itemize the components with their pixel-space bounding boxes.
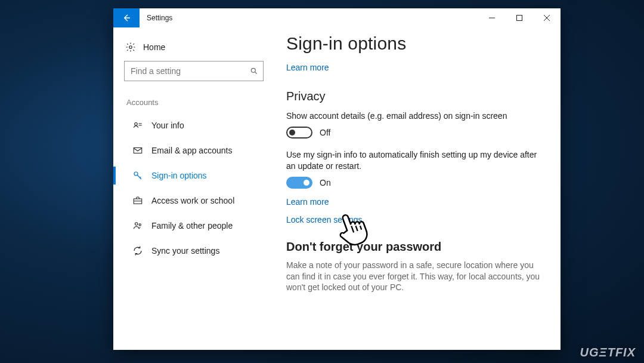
sidebar-item-your-info[interactable]: Your info bbox=[124, 113, 264, 138]
svg-point-7 bbox=[135, 223, 138, 226]
privacy-toggle-account-details[interactable] bbox=[286, 127, 312, 139]
lock-screen-settings-link[interactable]: Lock screen settings bbox=[286, 215, 544, 224]
briefcase-icon bbox=[132, 195, 143, 206]
section-label: Accounts bbox=[124, 98, 264, 107]
forget-password-heading: Don't forget your password bbox=[286, 240, 544, 254]
privacy-toggle-1-state: Off bbox=[320, 128, 330, 137]
sidebar-item-label: Sync your settings bbox=[151, 246, 219, 256]
back-button[interactable] bbox=[113, 8, 140, 27]
watermark: UGΞTFIX bbox=[580, 346, 636, 359]
sidebar-item-email-accounts[interactable]: Email & app accounts bbox=[124, 138, 264, 163]
toggle-knob bbox=[304, 180, 309, 186]
svg-point-2 bbox=[251, 68, 255, 72]
sidebar-item-label: Your info bbox=[151, 121, 184, 130]
main-panel: Sign-in options Learn more Privacy Show … bbox=[274, 27, 561, 350]
search-placeholder: Find a setting bbox=[131, 66, 250, 76]
maximize-icon bbox=[516, 15, 522, 21]
arrow-left-icon bbox=[122, 13, 131, 23]
sidebar-item-work-school[interactable]: Access work or school bbox=[124, 188, 264, 213]
page-title: Sign-in options bbox=[286, 33, 544, 62]
content-area: Home Find a setting Accounts Your info E… bbox=[113, 27, 561, 350]
minimize-icon bbox=[489, 15, 495, 21]
search-input[interactable]: Find a setting bbox=[124, 61, 264, 81]
toggle-knob bbox=[289, 130, 295, 136]
titlebar: Settings bbox=[113, 8, 561, 27]
privacy-heading: Privacy bbox=[286, 90, 544, 103]
search-icon bbox=[250, 67, 258, 75]
sidebar-item-family[interactable]: Family & other people bbox=[124, 213, 264, 238]
svg-point-1 bbox=[129, 46, 132, 49]
people-icon bbox=[132, 220, 143, 231]
sidebar-item-label: Family & other people bbox=[151, 221, 233, 230]
svg-point-3 bbox=[135, 123, 138, 126]
svg-rect-4 bbox=[134, 148, 142, 153]
mail-icon bbox=[132, 145, 143, 156]
forget-password-body: Make a note of your password in a safe, … bbox=[286, 260, 544, 294]
close-button[interactable] bbox=[533, 8, 561, 27]
sidebar-item-label: Email & app accounts bbox=[151, 146, 232, 155]
privacy-setting-2-label: Use my sign-in info to automatically fin… bbox=[286, 149, 544, 172]
gear-icon bbox=[125, 42, 136, 53]
svg-point-8 bbox=[139, 224, 141, 226]
app-title: Settings bbox=[140, 8, 179, 27]
privacy-setting-1-label: Show account details (e.g. email address… bbox=[286, 110, 544, 122]
key-icon bbox=[132, 170, 143, 181]
settings-window: Settings Home Find a setting Accounts bbox=[113, 8, 561, 350]
sidebar: Home Find a setting Accounts Your info E… bbox=[113, 27, 274, 350]
home-nav[interactable]: Home bbox=[124, 38, 264, 61]
minimize-button[interactable] bbox=[478, 8, 506, 27]
maximize-button[interactable] bbox=[506, 8, 533, 27]
learn-more-link-top[interactable]: Learn more bbox=[286, 63, 329, 72]
svg-rect-0 bbox=[517, 16, 522, 21]
learn-more-link-privacy[interactable]: Learn more bbox=[286, 197, 544, 207]
person-card-icon bbox=[132, 120, 143, 131]
privacy-toggle-auto-signin[interactable] bbox=[286, 177, 312, 189]
sidebar-item-sync[interactable]: Sync your settings bbox=[124, 238, 264, 263]
svg-point-5 bbox=[134, 172, 138, 176]
sidebar-item-label: Access work or school bbox=[151, 196, 234, 205]
sync-icon bbox=[132, 245, 143, 256]
sidebar-item-signin-options[interactable]: Sign-in options bbox=[124, 163, 264, 188]
nav-list: Your info Email & app accounts Sign-in o… bbox=[124, 113, 264, 263]
privacy-toggle-2-state: On bbox=[320, 178, 331, 187]
home-label: Home bbox=[143, 42, 165, 52]
sidebar-item-label: Sign-in options bbox=[151, 171, 207, 180]
close-icon bbox=[544, 15, 550, 21]
